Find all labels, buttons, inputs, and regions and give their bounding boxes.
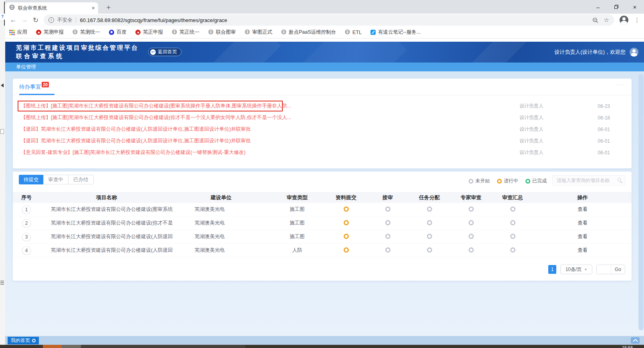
goto-page-input[interactable] — [597, 265, 611, 274]
zoom-out-icon[interactable] — [592, 17, 598, 23]
status-ring-material-submit — [344, 220, 349, 225]
status-ring-task-assign — [427, 220, 432, 225]
col-action: 操作 — [533, 194, 632, 201]
project-org: 芜湖澳美光电 — [173, 233, 269, 240]
page-size-select[interactable]: 10条/页 ▼ — [560, 265, 592, 274]
goto-page-group: Go — [596, 265, 625, 274]
profile-avatar[interactable] — [620, 16, 628, 24]
my-home-tab[interactable]: 我的首页 — [8, 337, 39, 344]
todo-panel: 待办事宜20 ··· 【图纸上传】[施工图]芜湖市长江大桥投资建设有限公司办公楼… — [13, 79, 632, 168]
table-row[interactable]: 2 芜湖市长江大桥投资建设有限公司办公楼建设(你才不是一个没人要... 芜湖澳美… — [13, 216, 632, 230]
new-tab-button[interactable]: + — [103, 2, 114, 14]
status-tabgroup: 待提交 审查中 已办结 — [19, 175, 94, 184]
taskbar-app-gray[interactable] — [62, 345, 81, 348]
back-button[interactable]: ← — [8, 16, 19, 24]
tab-under-review[interactable]: 审查中 — [43, 175, 69, 184]
bookmark-item[interactable]: 芜测申报 — [36, 29, 64, 36]
col-task-assign: 任务分配 — [409, 194, 450, 201]
tab-close-icon[interactable]: × — [92, 5, 95, 11]
todo-item-text[interactable]: 【图纸上传】[施工图]芜湖市长江大桥投资建设有限公司办公楼建设(你才不是一个没人… — [21, 114, 519, 121]
platform-title: 芜湖市工程建设项目审批综合管理平台 — [16, 44, 139, 52]
window-close-button[interactable]: × — [626, 0, 644, 14]
bookmark-item[interactable]: 审图正式 — [245, 29, 272, 36]
todo-item[interactable]: 【图纸上传】[施工图]芜湖市长江大桥投资建设有限公司办公楼建设(你才不是一个没人… — [21, 112, 624, 123]
browser-urlbar: ← → ↻ i 不安全 60.167.58.69:8082/sgtscqy/fr… — [5, 14, 644, 26]
review-type: 施工图 — [269, 206, 325, 213]
todo-item[interactable]: 【意见回复-建筑专业】[施工图]芜湖市长江大桥投资建设有限公司办公楼建设(一键替… — [21, 147, 624, 158]
globe-icon — [72, 29, 78, 36]
bookmark-label: 芜正统一 — [179, 29, 199, 36]
user-avatar[interactable] — [630, 48, 638, 57]
bookmark-item[interactable]: ETL — [345, 29, 362, 36]
legend-in-progress: 进行中 — [497, 178, 518, 184]
tab-todo[interactable]: 待办事宜20 — [19, 83, 49, 91]
url-text[interactable]: 60.167.58.69:8082/sgtscqy/frame/fui/page… — [80, 17, 589, 23]
table-row[interactable]: 1 芜湖市长江大桥投资建设有限公司办公楼建设(图审系统操作手册人... 芜湖澳美… — [13, 203, 632, 216]
restore-icon — [614, 5, 618, 9]
todo-item-text[interactable]: 【退回】芜湖市长江大桥投资建设有限公司办公楼建设(人防退回设计单位,施工图退回设… — [21, 126, 519, 133]
todo-item[interactable]: 【退回】芜湖市长江大桥投资建设有限公司办公楼建设(人防退回设计单位,施工图退回设… — [21, 123, 624, 135]
document-icon — [0, 129, 4, 134]
bookmark-item[interactable]: 有道云笔记--服务... — [370, 29, 421, 36]
taskbar-segment — [81, 345, 245, 348]
bookmark-item[interactable]: 芜正统一 — [172, 29, 199, 36]
tab-pending-submit[interactable]: 待提交 — [19, 175, 44, 184]
projects-panel: 待提交 审查中 已办结 未开始 进行中 已完成 序号 项目名称 — [13, 172, 632, 281]
reload-button[interactable]: ↻ — [30, 16, 41, 24]
go-button[interactable]: Go — [611, 265, 625, 274]
search-icon[interactable] — [618, 178, 621, 182]
view-link[interactable]: 查看 — [578, 234, 588, 239]
refresh-ring-icon — [32, 339, 36, 342]
subnav-unit-management[interactable]: 单位管理 — [5, 63, 644, 71]
bookmark-star-icon[interactable]: ☆ — [604, 16, 609, 24]
todo-item-text[interactable]: 【退回】芜湖市长江大桥投资建设有限公司办公楼建设(人防退回设计单位,施工图退回设… — [21, 138, 519, 144]
bookmark-label: 芜正申报 — [143, 29, 163, 36]
forward-button[interactable]: → — [19, 16, 30, 24]
bookmark-item[interactable]: 百度 — [109, 29, 127, 36]
browser-menu-icon[interactable]: ⋮ — [634, 16, 640, 24]
row-number: 2 — [22, 219, 31, 228]
view-link[interactable]: 查看 — [578, 220, 588, 226]
view-link[interactable]: 查看 — [578, 247, 588, 253]
view-link[interactable]: 查看 — [578, 206, 588, 212]
page-scrollbar[interactable] — [638, 74, 644, 330]
address-bar[interactable]: i 不安全 60.167.58.69:8082/sgtscqy/frame/fu… — [44, 14, 614, 26]
bookmark-label: 有道云笔记--服务... — [378, 29, 421, 36]
bookmark-apps[interactable]: 应用 — [9, 29, 27, 36]
bookmark-item[interactable]: 芜正申报 — [135, 29, 163, 36]
background-window-strip: ? — [0, 0, 5, 345]
window-restore-button[interactable] — [607, 0, 626, 14]
browser-titlebar: 联合审查系统 × + – × — [5, 0, 644, 14]
col-review-summary: 审查汇总 — [492, 194, 533, 201]
apps-grid-icon — [9, 30, 15, 35]
back-home-button[interactable]: ↩ 返回首页 — [148, 48, 181, 56]
scroll-to-top-button[interactable] — [631, 337, 640, 344]
table-row[interactable]: 3 芜湖市长江大桥投资建设有限公司办公楼建设(人防退回设计单位,施... 芜湖澳… — [13, 230, 632, 244]
browser-tab[interactable]: 联合审查系统 × — [5, 2, 98, 14]
bookmark-item[interactable]: 芜测统一 — [72, 29, 100, 36]
bookmark-item[interactable]: 新点PaaS运维控制台 — [281, 29, 336, 36]
table-row[interactable]: 4 芜湖市长江大桥投资建设有限公司办公楼建设(人防退回设计单位,施... 芜湖澳… — [13, 244, 632, 257]
review-type: 人防 — [269, 247, 325, 254]
project-name: 芜湖市长江大桥投资建设有限公司办公楼建设(图审系统操作手册人... — [40, 206, 173, 213]
review-type: 施工图 — [269, 233, 325, 240]
col-org: 建设单位 — [173, 194, 269, 201]
search-input[interactable] — [553, 176, 625, 185]
todo-item-text[interactable]: 【图纸上传】[施工图]芜湖市长江大桥投资建设有限公司办公楼建设(图审系统操作手册… — [21, 103, 519, 109]
window-minimize-button[interactable]: – — [589, 0, 607, 14]
col-no: 序号 — [13, 194, 40, 201]
security-label: 不安全 — [57, 17, 72, 24]
app-header: 芜湖市工程建设项目审批综合管理平台 联合审查系统 ↩ 返回首页 设计负责人(设计… — [5, 42, 644, 63]
todo-item[interactable]: 【退回】芜湖市长江大桥投资建设有限公司办公楼建设(人防退回设计单位,施工图退回设… — [21, 135, 624, 147]
info-icon[interactable]: i — [48, 17, 54, 23]
todo-item-text[interactable]: 【意见回复-建筑专业】[施工图]芜湖市长江大桥投资建设有限公司办公楼建设(一键替… — [21, 149, 519, 156]
col-accept: 接审 — [367, 194, 409, 201]
bookmark-item[interactable]: 联合图审 — [208, 29, 236, 36]
col-review-type: 审查类型 — [269, 194, 325, 201]
todo-more-icon[interactable]: ··· — [615, 81, 624, 88]
system-title: 联合审查系统 — [16, 52, 139, 61]
todo-item[interactable]: 【图纸上传】[施工图]芜湖市长江大桥投资建设有限公司办公楼建设(图审系统操作手册… — [21, 100, 624, 112]
taskbar-app-orange[interactable] — [43, 345, 62, 348]
page-button-1[interactable]: 1 — [548, 265, 556, 274]
tab-completed[interactable]: 已办结 — [68, 175, 94, 184]
